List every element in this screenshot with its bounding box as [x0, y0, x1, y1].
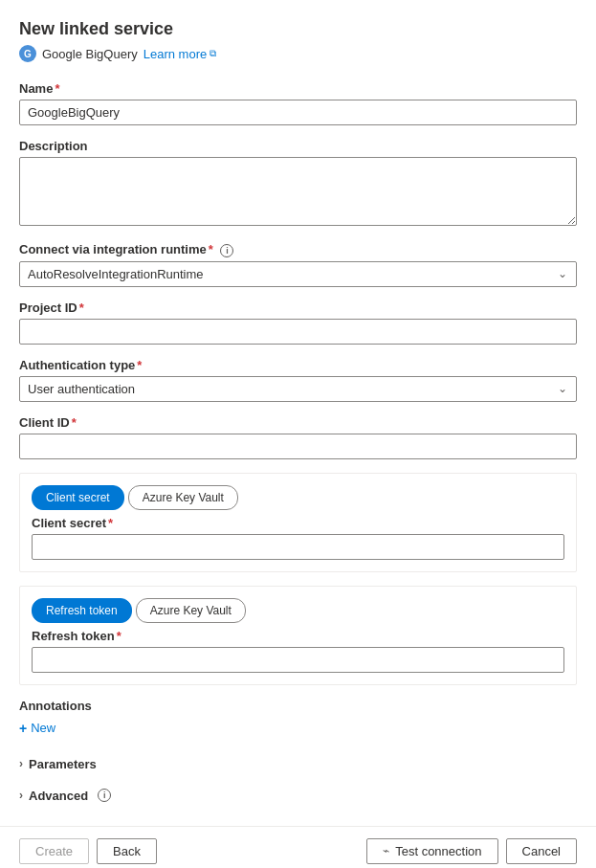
project-id-field-group: Project ID*: [19, 300, 577, 345]
refresh-token-tab[interactable]: Refresh token: [32, 598, 132, 623]
refresh-token-azure-key-vault-tab[interactable]: Azure Key Vault: [136, 598, 246, 623]
service-name: Google BigQuery: [42, 47, 138, 61]
back-button[interactable]: Back: [97, 838, 157, 864]
integration-runtime-select-wrapper: AutoResolveIntegrationRuntime ⌄: [19, 261, 577, 287]
refresh-token-tab-group-wrapper: Refresh token Azure Key Vault: [32, 598, 564, 623]
client-secret-azure-key-vault-tab[interactable]: Azure Key Vault: [128, 485, 238, 510]
create-button[interactable]: Create: [19, 838, 89, 864]
client-secret-tab-group: Client secret Azure Key Vault: [32, 485, 564, 510]
refresh-token-tab-group: Refresh token Azure Key Vault: [32, 598, 564, 623]
refresh-token-field-group: Refresh token*: [32, 629, 564, 673]
auth-type-field-group: Authentication type* User authentication…: [19, 358, 577, 402]
refresh-token-label: Refresh token*: [32, 629, 564, 643]
client-secret-tab-group-wrapper: Client secret Azure Key Vault: [32, 485, 564, 510]
external-link-icon: ⧉: [210, 48, 216, 59]
name-label: Name*: [19, 81, 577, 96]
wifi-icon: ⌁: [383, 844, 389, 857]
test-connection-button[interactable]: ⌁ Test connection: [366, 838, 497, 864]
name-field-group: Name*: [19, 81, 577, 125]
client-id-field-group: Client ID*: [19, 415, 577, 459]
project-id-label: Project ID*: [19, 300, 577, 315]
auth-type-label: Authentication type*: [19, 358, 577, 372]
annotations-label: Annotations: [19, 699, 577, 713]
advanced-info-icon[interactable]: i: [98, 789, 111, 802]
name-input[interactable]: [19, 100, 577, 125]
plus-icon: +: [19, 721, 27, 736]
description-input[interactable]: [19, 157, 577, 226]
integration-runtime-label: Connect via integration runtime* i: [19, 242, 577, 257]
learn-more-link[interactable]: Learn more ⧉: [143, 47, 216, 61]
advanced-expand-button[interactable]: › Advanced i: [19, 785, 577, 807]
page-title: New linked service: [19, 19, 577, 39]
advanced-chevron-icon: ›: [19, 789, 23, 802]
description-field-group: Description: [19, 139, 577, 229]
integration-runtime-select[interactable]: AutoResolveIntegrationRuntime: [19, 261, 577, 287]
client-secret-input[interactable]: [32, 534, 564, 560]
footer: Create Back ⌁ Test connection Cancel: [0, 826, 596, 868]
client-id-input[interactable]: [19, 434, 577, 459]
client-secret-label: Client secret*: [32, 516, 564, 530]
description-label: Description: [19, 139, 577, 153]
client-secret-tab[interactable]: Client secret: [32, 485, 124, 510]
cancel-button[interactable]: Cancel: [506, 838, 577, 864]
project-id-input[interactable]: [19, 319, 577, 345]
client-secret-section: Client secret Azure Key Vault Client sec…: [19, 473, 577, 572]
auth-type-select-wrapper: User authentication Service Authenticati…: [19, 376, 577, 402]
refresh-token-input[interactable]: [32, 647, 564, 673]
parameters-chevron-icon: ›: [19, 757, 23, 770]
auth-type-select[interactable]: User authentication Service Authenticati…: [19, 376, 577, 402]
client-id-label: Client ID*: [19, 415, 577, 430]
service-icon: G: [19, 45, 36, 62]
refresh-token-section: Refresh token Azure Key Vault Refresh to…: [19, 586, 577, 685]
integration-runtime-field-group: Connect via integration runtime* i AutoR…: [19, 242, 577, 287]
client-secret-field-group: Client secret*: [32, 516, 564, 560]
subtitle-row: G Google BigQuery Learn more ⧉: [19, 45, 577, 62]
advanced-section: › Advanced i: [19, 785, 577, 807]
annotations-section: Annotations + New: [19, 699, 577, 740]
parameters-expand-button[interactable]: › Parameters: [19, 753, 577, 775]
integration-runtime-info-icon[interactable]: i: [220, 244, 233, 257]
add-annotation-button[interactable]: + New: [19, 717, 55, 740]
parameters-section: › Parameters: [19, 753, 577, 775]
